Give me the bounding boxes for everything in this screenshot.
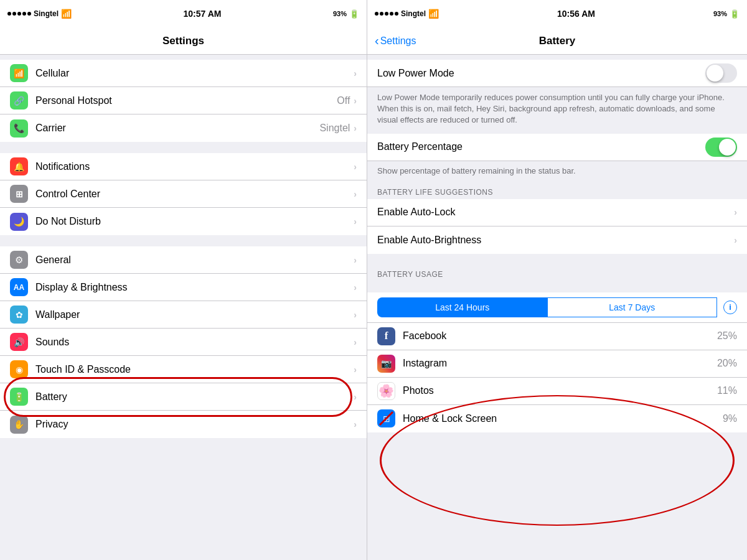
notifications-icon: 🔔: [10, 157, 28, 175]
battery-pct-toggle[interactable]: [705, 138, 737, 157]
battery-pct-label: Battery Percentage: [377, 141, 705, 152]
display-icon: AA: [10, 278, 28, 296]
autolock-row[interactable]: Enable Auto-Lock ›: [367, 199, 747, 226]
carrier-icon: 📞: [10, 119, 28, 138]
signal-dot-3: [17, 12, 21, 16]
signal-dots: [7, 12, 31, 16]
sounds-icon: 🔊: [10, 333, 28, 351]
instagram-row[interactable]: 📷 Instagram 20%: [367, 350, 747, 378]
privacy-icon: ✋: [10, 416, 28, 434]
dnd-label: Do Not Disturb: [35, 216, 354, 227]
right-signal-dots: [375, 12, 398, 16]
settings-row-wallpaper[interactable]: ✿ Wallpaper ›: [0, 301, 367, 329]
display-chevron: ›: [354, 282, 357, 292]
right-signal-dot-2: [380, 12, 383, 16]
dnd-chevron: ›: [354, 217, 357, 226]
homelock-icon: ⊞: [377, 409, 395, 427]
autobrightness-row[interactable]: Enable Auto-Brightness ›: [367, 226, 747, 254]
homelock-pct: 9%: [723, 413, 737, 424]
low-power-toggle-knob: [707, 65, 723, 82]
notifications-label: Notifications: [35, 161, 354, 172]
settings-row-general[interactable]: ⚙ General ›: [0, 246, 367, 274]
facebook-label: Facebook: [403, 330, 717, 342]
right-status-left: Singtel 📶: [375, 9, 439, 19]
autobrightness-chevron: ›: [734, 235, 737, 245]
left-wifi-icon: 📶: [61, 9, 72, 19]
hotspot-label: Personal Hotspot: [35, 95, 337, 106]
privacy-chevron: ›: [354, 419, 357, 429]
right-signal-dot-1: [375, 12, 378, 16]
left-carrier-label: Singtel: [34, 9, 59, 18]
left-time: 10:57 AM: [184, 9, 222, 19]
facebook-icon: f: [377, 327, 395, 345]
right-battery-icon: 🔋: [730, 9, 740, 19]
carrier-label: Carrier: [35, 123, 319, 134]
battery-pct-toggle-knob: [719, 139, 736, 156]
settings-row-privacy[interactable]: ✋ Privacy ›: [0, 411, 367, 438]
right-carrier-label: Singtel: [401, 9, 426, 18]
left-status-right: 93% 🔋: [333, 9, 359, 19]
tab-24h-label: Last 24 Hours: [435, 302, 489, 312]
settings-row-hotspot[interactable]: 🔗 Personal Hotspot Off ›: [0, 87, 367, 114]
right-signal-dot-4: [390, 12, 393, 16]
homelock-row[interactable]: ⊞ Home & Lock Screen 9%: [367, 405, 747, 432]
photos-row[interactable]: 🌸 Photos 11%: [367, 378, 747, 405]
tab-7d[interactable]: Last 7 Days: [547, 297, 718, 317]
settings-row-control[interactable]: ⊞ Control Center ›: [0, 180, 367, 208]
back-chevron-icon: ‹: [375, 34, 379, 48]
settings-list: 📶 Cellular › 🔗 Personal Hotspot Off › 📞 …: [0, 55, 367, 560]
battery-panel: Singtel 📶 10:56 AM 93% 🔋 ‹ Settings Batt…: [367, 0, 747, 560]
settings-group-3: ⚙ General › AA Display & Brightness › ✿ …: [0, 246, 367, 438]
autolock-label: Enable Auto-Lock: [377, 207, 734, 218]
left-status-bar: Singtel 📶 10:57 AM 93% 🔋: [0, 0, 367, 27]
signal-dot-1: [7, 12, 11, 16]
back-label: Settings: [380, 35, 416, 47]
settings-row-dnd[interactable]: 🌙 Do Not Disturb ›: [0, 208, 367, 235]
instagram-icon: 📷: [377, 355, 395, 373]
touchid-label: Touch ID & Passcode: [35, 364, 354, 375]
left-status-left: Singtel 📶: [7, 9, 72, 19]
settings-row-battery[interactable]: 🔋 Battery ›: [0, 383, 367, 411]
settings-row-cellular[interactable]: 📶 Cellular ›: [0, 60, 367, 87]
usage-info-button[interactable]: i: [723, 301, 737, 314]
signal-dot-4: [22, 12, 26, 16]
right-status-right: 93% 🔋: [713, 9, 740, 19]
low-power-label: Low Power Mode: [377, 68, 705, 79]
usage-tabs-container: Last 24 Hours Last 7 Days i: [367, 292, 747, 323]
facebook-row[interactable]: f Facebook 25%: [367, 323, 747, 350]
general-label: General: [35, 254, 354, 266]
photos-icon: 🌸: [377, 382, 395, 400]
low-power-desc: Low Power Mode temporarily reduces power…: [367, 87, 747, 134]
back-button[interactable]: ‹ Settings: [375, 34, 416, 48]
settings-group-2: 🔔 Notifications › ⊞ Control Center › 🌙 D…: [0, 153, 367, 235]
settings-row-sounds[interactable]: 🔊 Sounds ›: [0, 329, 367, 356]
battery-suggestions-section: Enable Auto-Lock › Enable Auto-Brightnes…: [367, 199, 747, 254]
battery-panel-wrapper: Singtel 📶 10:56 AM 93% 🔋 ‹ Settings Batt…: [367, 0, 747, 560]
general-chevron: ›: [354, 255, 357, 265]
display-label: Display & Brightness: [35, 282, 354, 293]
low-power-toggle[interactable]: [705, 63, 737, 83]
left-battery-pct: 93%: [333, 10, 347, 17]
photos-pct: 11%: [717, 385, 737, 396]
instagram-pct: 20%: [717, 358, 737, 369]
battery-row-wrapper: 🔋 Battery ›: [0, 383, 367, 411]
settings-row-carrier[interactable]: 📞 Carrier Singtel ›: [0, 114, 367, 142]
right-signal-dot-3: [385, 12, 388, 16]
battery-usage-section: Last 24 Hours Last 7 Days i f Facebook: [367, 292, 747, 432]
settings-nav-bar: Settings: [0, 27, 367, 55]
battery-pct-row: Battery Percentage: [367, 134, 747, 161]
settings-row-touchid[interactable]: ◉ Touch ID & Passcode ›: [0, 356, 367, 383]
carrier-value: Singtel: [319, 123, 350, 134]
settings-row-notifications[interactable]: 🔔 Notifications ›: [0, 153, 367, 180]
battery-icon: 🔋: [10, 388, 28, 406]
tab-24h[interactable]: Last 24 Hours: [377, 297, 547, 317]
touchid-chevron: ›: [354, 365, 357, 375]
cellular-icon: 📶: [10, 64, 28, 82]
right-status-bar: Singtel 📶 10:56 AM 93% 🔋: [367, 0, 747, 27]
settings-row-display[interactable]: AA Display & Brightness ›: [0, 274, 367, 301]
control-chevron: ›: [354, 189, 357, 199]
general-icon: ⚙: [10, 251, 28, 269]
tab-7d-label: Last 7 Days: [609, 302, 655, 312]
wallpaper-label: Wallpaper: [35, 309, 354, 320]
touchid-icon: ◉: [10, 360, 28, 378]
